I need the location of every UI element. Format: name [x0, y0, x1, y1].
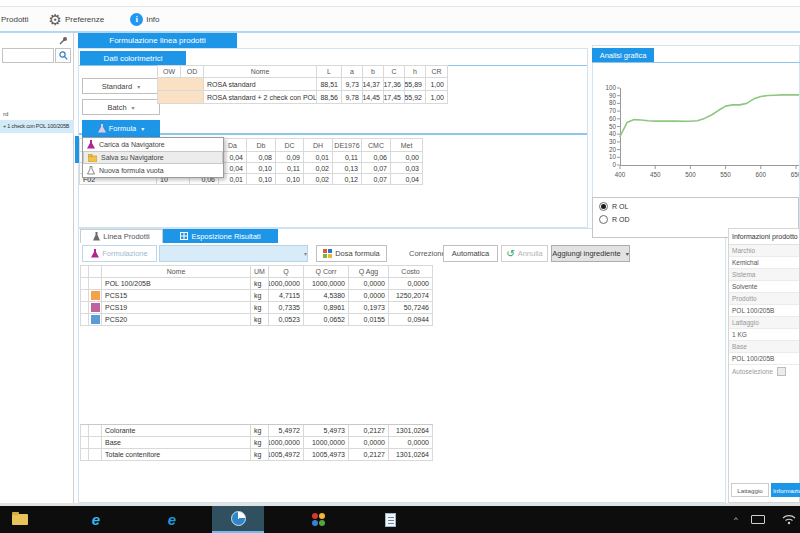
autoselezione-checkbox[interactable] — [777, 367, 786, 376]
pin-icon[interactable] — [58, 36, 68, 46]
color-swatch — [91, 303, 100, 312]
col-header: Met — [391, 139, 423, 152]
tab-linea-prodotti[interactable]: Linea Prodotti — [80, 229, 163, 243]
search-button[interactable] — [55, 48, 71, 63]
cell-um: kg — [251, 302, 269, 314]
formula-dropdown[interactable]: Formula ▾ — [82, 120, 160, 137]
spectral-curve-chart: 0102030405060708090100400450500550600650 — [592, 62, 799, 196]
cell: 0,02 — [304, 174, 333, 185]
internet-explorer-icon[interactable]: e — [82, 506, 110, 533]
cell-nome: Colorante — [102, 425, 251, 437]
cell-um: kg — [251, 314, 269, 326]
col-header: DC — [276, 139, 304, 152]
document-app-icon[interactable] — [376, 506, 404, 533]
search-input[interactable] — [2, 48, 54, 63]
cell: 0,0000 — [349, 290, 389, 302]
prodotti-button[interactable]: Prodotti — [0, 7, 35, 31]
menu-item-label: Salva su Navigatore — [101, 154, 164, 161]
cell: 0,09 — [276, 152, 304, 163]
cell: 0,10 — [276, 174, 304, 185]
swatch-cell — [89, 290, 102, 302]
svg-text:80: 80 — [609, 99, 617, 106]
field-value: POL 100/205B — [729, 305, 799, 317]
autoselezione-row: Autoselezione — [729, 365, 799, 377]
svg-text:600: 600 — [756, 171, 767, 178]
tree-node-selected[interactable]: + 1 check con POL 100/205B — [0, 120, 74, 133]
tab-formulazione-linea-prodotti[interactable]: Formulazione linea prodotti — [78, 33, 237, 48]
tab-informazioni-prodotto[interactable]: Informazioni p — [771, 483, 800, 497]
formula-menu: Carica da Navigatore Salva su Navigatore… — [82, 137, 224, 178]
cell: 17,36 — [384, 78, 405, 91]
cell-nome: PCS15 — [102, 290, 251, 302]
preferenze-label: Preferenze — [65, 15, 104, 24]
aggiungi-ingrediente-dropdown[interactable]: Aggiungi ingrediente ▾ — [551, 245, 630, 262]
edge-icon[interactable]: e — [158, 506, 186, 533]
cell: 0,0155 — [349, 314, 389, 326]
col-header: DH — [304, 139, 333, 152]
svg-text:10: 10 — [609, 153, 617, 160]
col-header: Nome — [102, 266, 251, 278]
cell: 1301,0264 — [389, 425, 433, 437]
tab-dati-colorimetrici[interactable]: Dati colorimetrici — [80, 51, 186, 65]
tab-label: Esposizione Risultati — [191, 232, 260, 241]
swatch-cell — [89, 278, 102, 290]
cell: 1000,0000 — [304, 437, 349, 449]
cell: 0,0944 — [389, 314, 433, 326]
tab-lattaggio[interactable]: Lattaggio — [731, 483, 769, 497]
formulation-combobox[interactable]: ▾ — [159, 245, 308, 262]
navigator-sidebar: rd + 1 check con POL 100/205B — [0, 33, 74, 503]
keyboard-tray-icon[interactable] — [748, 506, 768, 533]
taskbar: e e ^ — [0, 506, 800, 533]
cell: 0,07 — [362, 163, 391, 174]
flask-icon — [93, 232, 100, 241]
annulla-button[interactable]: ↺ Annulla — [501, 245, 548, 262]
col-header: Q — [269, 266, 304, 278]
tab-analisi-grafica[interactable]: Analisi grafica — [592, 48, 654, 62]
dosa-formula-button[interactable]: Dosa formula — [316, 245, 387, 262]
palette-app-icon[interactable] — [304, 506, 332, 533]
cell: 4,7115 — [269, 290, 304, 302]
cell: 0,12 — [333, 174, 362, 185]
batch-dropdown[interactable]: Batch ▾ — [82, 99, 160, 115]
chevron-down-icon: ▾ — [304, 250, 307, 257]
cell: 0,0000 — [349, 437, 389, 449]
tab-esposizione-risultati[interactable]: Esposizione Risultati — [163, 229, 278, 243]
wifi-tray-icon[interactable] — [778, 506, 800, 533]
flask-icon — [98, 124, 106, 133]
cell: 0,2127 — [349, 425, 389, 437]
radio-r-od[interactable]: R OD — [599, 215, 798, 224]
batch-label: Batch — [107, 103, 126, 112]
menu-item-salva-su-navigatore[interactable]: Salva su Navigatore — [83, 151, 223, 164]
svg-text:90: 90 — [609, 92, 617, 99]
analysis-title: Analisi grafica — [600, 51, 647, 60]
cell-um: kg — [251, 425, 269, 437]
svg-text:550: 550 — [720, 171, 731, 178]
tree-node-fragment[interactable]: rd — [3, 111, 8, 117]
standard-dropdown[interactable]: Standard ▾ — [82, 78, 160, 94]
info-button[interactable]: i Info — [124, 7, 165, 31]
correzione-label: Correzione — [409, 249, 446, 258]
row-selector — [81, 449, 89, 461]
cell: 9,78 — [342, 91, 363, 104]
menu-item-nuova-formula-vuota[interactable]: Nuova formula vuota — [83, 164, 223, 177]
title-bar — [0, 0, 800, 7]
automatica-button[interactable]: Automatica — [443, 245, 498, 262]
search-icon — [59, 51, 68, 60]
col-header — [81, 266, 89, 278]
active-app-taskbar-button[interactable] — [212, 506, 264, 533]
menu-item-carica-da-navigatore[interactable]: Carica da Navigatore — [83, 138, 223, 151]
cell: 50,7246 — [389, 302, 433, 314]
cell: 0,0000 — [349, 278, 389, 290]
tab-label: Informazioni p — [773, 487, 800, 494]
cell: 0,0652 — [304, 314, 349, 326]
file-explorer-icon[interactable] — [6, 506, 34, 533]
preferenze-button[interactable]: ⚙ Preferenze — [43, 7, 111, 31]
radio-r-ol[interactable]: R OL — [599, 202, 798, 211]
tray-chevron-icon[interactable]: ^ — [728, 506, 744, 533]
formulazione-button[interactable]: Formulazione — [82, 245, 157, 262]
cell: 0,10 — [247, 163, 276, 174]
field-label: Prodotto — [729, 293, 799, 305]
cell: 5,4973 — [304, 425, 349, 437]
col-header: OD — [181, 66, 204, 78]
swatch-cell — [89, 437, 102, 449]
